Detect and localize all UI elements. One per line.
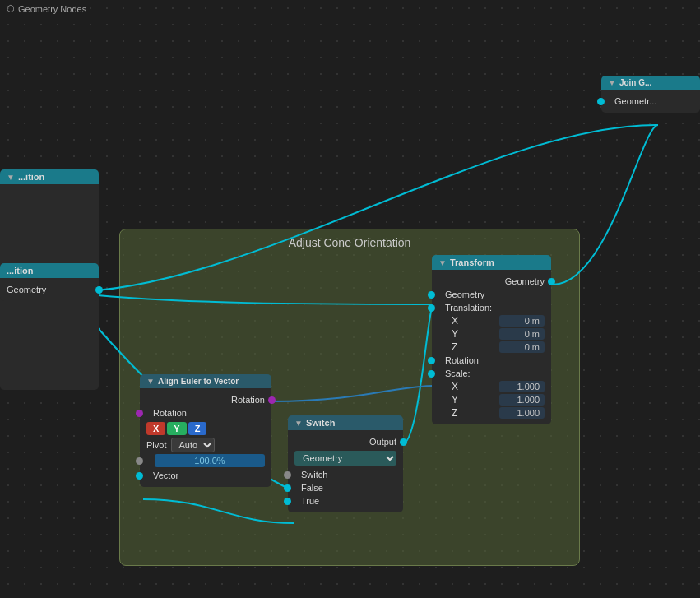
transform-x-row: X	[438, 314, 545, 327]
transform-translation-label: Translation:	[438, 303, 492, 313]
align-euler-z-btn[interactable]: Z	[188, 422, 207, 435]
transform-sx-field[interactable]	[499, 381, 545, 392]
transform-header: ▼ Transform	[432, 255, 551, 270]
transform-geo-out-row: Geometry	[438, 275, 545, 288]
switch-true-label: True	[294, 496, 319, 506]
align-euler-node: ▼ Align Euler to Vector Rotation Rotatio…	[140, 374, 271, 487]
join-geo-body: Geometr...	[601, 90, 700, 113]
transform-sz-field[interactable]	[499, 407, 545, 419]
join-geo-socket-in[interactable]	[597, 98, 605, 105]
transform-sz-label: Z	[452, 407, 461, 419]
switch-false-socket[interactable]	[284, 484, 291, 492]
transform-z-field[interactable]	[499, 341, 545, 353]
switch-output-socket[interactable]	[400, 438, 407, 446]
transform-body: Geometry Geometry Translation: X Y Z Rot	[432, 270, 551, 424]
align-euler-factor-field-wrap	[146, 454, 265, 467]
left-node-geometry-row: Geometry	[7, 283, 92, 296]
switch-switch-socket[interactable]	[284, 471, 291, 479]
switch-body: Output Geometry Boolean Float Switch Fal…	[288, 430, 403, 512]
switch-node: ▼ Switch Output Geometry Boolean Float S…	[288, 415, 403, 512]
transform-geo-out-socket[interactable]	[548, 278, 555, 285]
transform-rotation-socket[interactable]	[428, 357, 435, 364]
switch-false-label: False	[294, 483, 323, 493]
align-euler-rotation-out-label: Rotation	[231, 395, 265, 405]
align-euler-rotation-in-row: Rotation	[146, 406, 265, 420]
align-euler-rotation-in-socket[interactable]	[136, 410, 143, 417]
switch-true-socket[interactable]	[284, 498, 291, 505]
transform-x-label: X	[452, 315, 461, 327]
left-geo-label: Geometry	[7, 285, 46, 294]
transform-sz-row: Z	[438, 406, 545, 420]
transform-translation-socket[interactable]	[428, 304, 435, 312]
switch-geo-dropdown[interactable]: Geometry Boolean Float	[294, 451, 396, 466]
switch-output-label: Output	[369, 437, 396, 447]
transform-sx-label: X	[452, 381, 461, 392]
left-geo-socket-out[interactable]	[95, 286, 103, 294]
switch-output-row: Output	[294, 435, 396, 448]
transform-scale-row: Scale:	[438, 367, 545, 380]
transform-z-row: Z	[438, 341, 545, 354]
switch-false-row: False	[294, 481, 396, 494]
transform-y-row: Y	[438, 327, 545, 341]
switch-header: ▼ Switch	[288, 415, 403, 430]
switch-dropdown-wrap: Geometry Boolean Float	[294, 448, 396, 468]
align-euler-pivot-select[interactable]: Auto X Y Z	[171, 438, 215, 452]
join-geo-geo-label: Geometr...	[608, 96, 656, 106]
left-node: ...ition Geometry	[0, 263, 99, 301]
far-left-node-header: ▼ ...ition	[0, 169, 99, 184]
align-euler-vector-label: Vector	[146, 471, 178, 480]
align-euler-pivot-label: Pivot	[146, 440, 166, 450]
align-euler-xyz-buttons: X Y Z	[146, 422, 265, 435]
transform-sy-field[interactable]	[499, 394, 545, 406]
align-euler-factor-socket[interactable]	[136, 457, 143, 465]
switch-true-row: True	[294, 494, 396, 508]
align-euler-factor-field[interactable]	[155, 454, 265, 467]
transform-rotation-row: Rotation	[438, 354, 545, 367]
align-euler-body: Rotation Rotation X Y Z Pivot Auto X Y Z	[140, 388, 271, 487]
transform-geo-in-socket[interactable]	[428, 291, 435, 299]
align-euler-vector-socket[interactable]	[136, 472, 143, 480]
align-euler-y-btn[interactable]: Y	[167, 422, 186, 435]
transform-scale-socket[interactable]	[428, 370, 435, 378]
left-node-header: ...ition	[0, 263, 99, 278]
join-geo-node: ▼ Join G... Geometr...	[601, 76, 700, 113]
transform-geo-in-row: Geometry	[438, 288, 545, 301]
align-euler-rotation-out-row: Rotation	[146, 393, 265, 406]
breadcrumb: ⬡ Geometry Nodes	[7, 3, 86, 14]
transform-geo-in-label: Geometry	[438, 290, 484, 299]
collapse-arrow[interactable]: ▼	[7, 173, 15, 182]
transform-rotation-label: Rotation	[438, 355, 479, 365]
transform-sy-row: Y	[438, 393, 545, 406]
transform-sx-row: X	[438, 380, 545, 393]
left-node-body: Geometry	[0, 278, 99, 301]
align-euler-x-btn[interactable]: X	[146, 422, 165, 435]
align-euler-rotation-in-label: Rotation	[146, 408, 187, 418]
join-geo-header: ▼ Join G...	[601, 76, 700, 90]
switch-switch-row: Switch	[294, 468, 396, 481]
transform-scale-label: Scale:	[438, 369, 471, 378]
switch-switch-label: Switch	[294, 470, 327, 480]
align-euler-pivot-row: Pivot Auto X Y Z	[146, 438, 265, 452]
align-euler-header: ▼ Align Euler to Vector	[140, 374, 271, 388]
join-geo-geometry-row: Geometr...	[608, 95, 693, 108]
transform-x-field[interactable]	[499, 315, 545, 327]
group-title: Adjust Cone Orientation	[120, 229, 579, 253]
transform-geo-out-label: Geometry	[505, 276, 545, 286]
align-euler-vector-row: Vector	[146, 469, 265, 482]
transform-sy-label: Y	[452, 394, 461, 406]
transform-translation-row: Translation:	[438, 301, 545, 314]
transform-node: ▼ Transform Geometry Geometry Translatio…	[432, 255, 551, 424]
transform-y-field[interactable]	[499, 328, 545, 340]
transform-z-label: Z	[452, 341, 461, 353]
align-euler-rotation-out-socket[interactable]	[268, 396, 276, 404]
transform-y-label: Y	[452, 328, 461, 340]
align-euler-factor-row	[146, 452, 265, 469]
breadcrumb-icon: ⬡	[7, 3, 15, 14]
